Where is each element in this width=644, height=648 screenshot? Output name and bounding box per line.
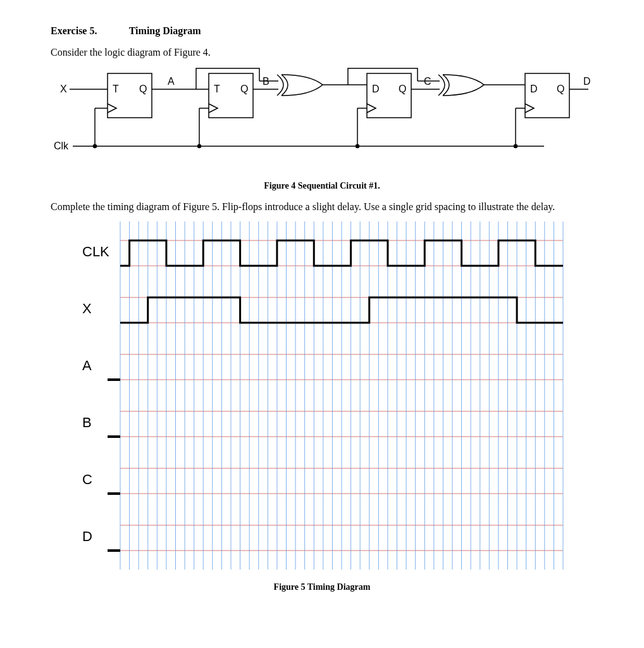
ff3-q: Q xyxy=(399,84,406,94)
intro-text: Consider the logic diagram of Figure 4. xyxy=(51,47,593,58)
ff1-type: T xyxy=(113,84,119,94)
signal-label-clk: CLK xyxy=(82,244,109,259)
svg-rect-1 xyxy=(108,73,152,118)
svg-rect-8 xyxy=(367,73,411,118)
svg-rect-3 xyxy=(209,73,253,118)
ff3-type: D xyxy=(372,84,380,94)
timing-diagram: CLKXABCD xyxy=(76,221,569,576)
instruction-text: Complete the timing diagram of Figure 5.… xyxy=(51,201,593,213)
svg-rect-13 xyxy=(525,73,569,118)
svg-point-21 xyxy=(198,145,201,148)
svg-point-18 xyxy=(94,145,97,148)
signal-label-a: A xyxy=(82,358,92,373)
ff2-type: T xyxy=(214,84,220,94)
signal-label-x: X xyxy=(82,301,92,316)
xor-gate-2 xyxy=(438,75,484,96)
signal-label-c: C xyxy=(82,471,92,487)
label-x: X xyxy=(60,84,67,94)
figure5-caption: Figure 5 Timing Diagram xyxy=(51,582,593,592)
svg-point-24 xyxy=(356,145,359,148)
svg-point-27 xyxy=(514,145,517,148)
exercise-title: Timing Diagram xyxy=(129,25,201,36)
circuit-diagram: X T Q A T Q B D Q xyxy=(51,67,595,175)
xor-gate-1 xyxy=(277,75,323,96)
label-d: D xyxy=(583,76,591,87)
ff4-q: Q xyxy=(557,84,564,94)
figure4-caption: Figure 4 Sequential Circuit #1. xyxy=(51,181,593,191)
signal-label-d: D xyxy=(82,528,92,544)
exercise-heading: Exercise 5. Timing Diagram xyxy=(51,25,593,37)
exercise-number: Exercise 5. xyxy=(51,25,127,37)
ff4-type: D xyxy=(530,84,538,94)
label-clk: Clk xyxy=(54,140,69,151)
label-a: A xyxy=(168,76,175,87)
ff2-q: Q xyxy=(240,84,248,94)
ff1-q: Q xyxy=(139,84,147,94)
signal-label-b: B xyxy=(82,414,92,430)
